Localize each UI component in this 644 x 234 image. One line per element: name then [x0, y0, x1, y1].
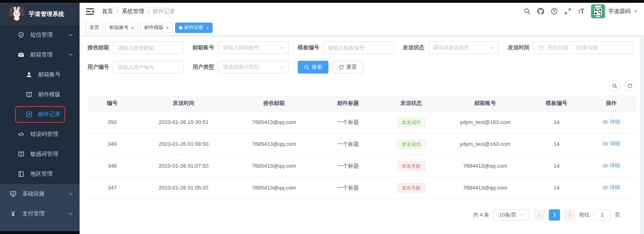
breadcrumb-item[interactable]: 首页	[102, 8, 113, 15]
fullscreen-icon[interactable]	[564, 8, 571, 15]
font-size-icon[interactable]: TT	[578, 8, 584, 15]
filter-row-1: 接收邮箱邮箱账号请输入邮箱账号模板编号发送状态请选择发送状态发送时间开始日期-结…	[88, 41, 636, 54]
detail-link[interactable]: 详细	[603, 184, 620, 191]
filter-label: 发送状态	[403, 44, 424, 51]
sidebar-item-mail-log[interactable]: 邮件记录	[0, 104, 80, 124]
main-area: 首页/系统管理/邮件记录	[80, 3, 644, 234]
tag-label: 首页	[90, 24, 99, 31]
filter-input-模板编号[interactable]	[323, 41, 394, 54]
app-title: 芋道管理系统	[29, 10, 64, 18]
filter-input-接收邮箱[interactable]	[113, 41, 184, 54]
cell-to_mail: 7685413@qq.com	[230, 111, 318, 133]
page-size-select[interactable]: 10条/页	[493, 209, 530, 220]
sidebar-item-payment[interactable]: 支付管理	[0, 204, 80, 224]
end-date-placeholder[interactable]: 结束日期	[577, 44, 597, 51]
help-icon[interactable]	[551, 8, 558, 15]
detail-link[interactable]: 详细	[603, 118, 620, 126]
sidebar-item-mail-account[interactable]: 邮箱账号	[0, 65, 80, 85]
text-input[interactable]	[118, 64, 179, 70]
cell-status: 发送失败	[378, 155, 444, 177]
tab-tag-邮箱账号[interactable]: 邮箱账号×	[105, 23, 138, 33]
tab-tag-邮件模版[interactable]: 邮件模版×	[140, 23, 172, 33]
cell-account: 7684413@qq.com	[444, 155, 527, 177]
column-header-模板编号: 模板编号	[526, 95, 587, 111]
reset-button[interactable]: 重置	[332, 61, 363, 73]
scrollbar[interactable]	[640, 36, 644, 234]
cell-id: 347	[88, 177, 137, 199]
cell-status: 发送成功	[378, 133, 444, 155]
cell-account: 7684413@qq.com	[444, 177, 527, 199]
user-menu[interactable]: 芋道源码 ▼	[591, 4, 638, 18]
close-icon[interactable]: ×	[206, 25, 209, 30]
sidebar-item-mail-manage[interactable]: 邮箱管理	[0, 45, 80, 65]
user-icon	[25, 71, 33, 78]
search-icon[interactable]	[524, 8, 531, 15]
date-range-separator: -	[572, 45, 573, 51]
cell-template_id: 14	[526, 155, 587, 177]
sidebar-item-mail-template[interactable]: 邮件模版	[0, 85, 80, 104]
sidebar-menu: 短信管理邮箱管理邮箱账号邮件模版邮件记录错误码管理敏感词管理地区管理 基础设施支…	[0, 25, 80, 224]
detail-link[interactable]: 详细	[603, 162, 620, 169]
goto-unit-label: 页	[615, 211, 620, 219]
cell-id: 350	[88, 111, 137, 133]
book-icon	[18, 151, 25, 158]
cell-account: ydym_test@163.com	[444, 133, 527, 155]
status-badge: 发送成功	[397, 139, 425, 149]
chevron-down-icon	[280, 65, 284, 70]
tab-tag-首页[interactable]: 首页	[86, 23, 103, 33]
sidebar-logo[interactable]: 芋道管理系统	[0, 3, 80, 25]
sidebar-item-label: 基础设施	[22, 190, 45, 197]
chevron-down-icon	[68, 33, 73, 37]
sidebar-item-error-code[interactable]: 错误码管理	[0, 124, 80, 144]
navbar-right: TT	[524, 4, 638, 18]
breadcrumb-separator: /	[148, 8, 149, 15]
hamburger-icon[interactable]	[86, 8, 95, 15]
sidebar-item-label: 短信管理	[30, 31, 53, 39]
sidebar-item-region[interactable]: 地区管理	[0, 164, 80, 184]
cell-title: 一个标题	[318, 111, 379, 133]
prev-page-button[interactable]	[534, 209, 545, 220]
cell-title: 一个标题	[318, 155, 379, 177]
breadcrumb-separator: /	[117, 8, 118, 15]
breadcrumb-item[interactable]: 系统管理	[122, 8, 144, 15]
tab-tag-邮件记录[interactable]: 邮件记录×	[175, 23, 213, 33]
text-input[interactable]	[118, 45, 179, 51]
sidebar-item-infrastructure[interactable]: 基础设施	[0, 184, 80, 204]
sidebar-item-sensitive-word[interactable]: 敏感词管理	[0, 144, 80, 164]
column-header-邮件标题: 邮件标题	[318, 95, 379, 111]
edit-icon	[25, 111, 33, 118]
close-icon[interactable]: ×	[131, 25, 134, 30]
page-content: 接收邮箱邮箱账号请输入邮箱账号模板编号发送状态请选择发送状态发送时间开始日期-结…	[80, 36, 644, 234]
table-row: 3502023-01-26 15:30:517685413@qq.com一个标题…	[88, 111, 636, 133]
cell-id: 348	[88, 155, 137, 177]
next-page-button[interactable]	[564, 209, 575, 220]
filter-select-用户类型[interactable]: 请选择用户类型	[218, 61, 289, 73]
sidebar-item-label: 地区管理	[30, 170, 53, 178]
status-badge: 发送失败	[397, 183, 425, 193]
tags-view: 首页邮箱账号×邮件模版×邮件记录×	[80, 20, 644, 36]
search-button[interactable]: 搜索	[298, 61, 328, 73]
detail-link[interactable]: 详细	[603, 140, 620, 147]
sidebar-item-sms[interactable]: 短信管理	[0, 25, 80, 45]
close-icon[interactable]: ×	[166, 25, 168, 30]
refresh-icon[interactable]	[624, 80, 635, 91]
toggle-search-icon[interactable]	[609, 80, 620, 91]
column-header-发送状态: 发送状态	[378, 95, 444, 111]
pagination: 共 4 条 10条/页 1 前往 页	[88, 209, 636, 220]
yen-icon	[10, 210, 17, 217]
filter-input-用户编号[interactable]	[113, 61, 184, 73]
shield-check-icon	[18, 31, 25, 39]
cell-action: 详细	[587, 111, 636, 133]
sidebar-item-label: 邮箱账号	[38, 71, 60, 78]
goto-page-input[interactable]	[593, 209, 611, 220]
filter-select-邮箱账号[interactable]: 请输入邮箱账号	[218, 41, 289, 54]
github-icon[interactable]	[537, 8, 544, 15]
date-range-picker[interactable]: 开始日期-结束日期	[533, 41, 634, 54]
start-date-placeholder[interactable]: 开始日期	[547, 44, 568, 51]
page-number-1[interactable]: 1	[549, 209, 560, 220]
calendar-icon	[538, 45, 544, 50]
filter-label: 发送时间	[508, 44, 529, 51]
chevron-down-icon	[68, 191, 73, 196]
filter-select-发送状态[interactable]: 请选择发送状态	[428, 41, 499, 54]
text-input[interactable]	[328, 45, 389, 51]
